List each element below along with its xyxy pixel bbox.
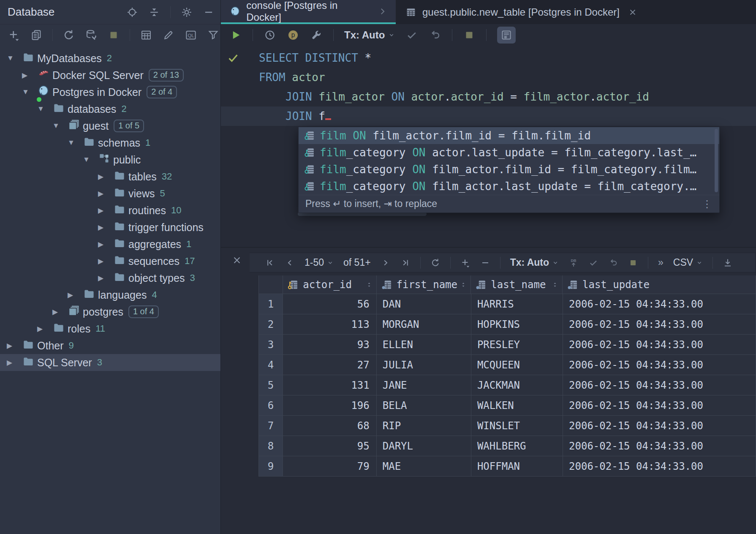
table-icon[interactable] xyxy=(140,29,152,41)
tree-item-other[interactable]: ▶Other9 xyxy=(0,337,220,354)
tree-item-aggregates[interactable]: ▶aggregates1 xyxy=(0,236,220,253)
cell-actor_id[interactable]: 93 xyxy=(283,335,377,355)
query-console-icon[interactable]: QL xyxy=(185,29,197,41)
cell-first_name[interactable]: DARYL xyxy=(377,436,471,456)
tree-item-sql-server[interactable]: ▶SQL Server3 xyxy=(0,354,220,371)
row-number[interactable]: 6 xyxy=(258,395,283,416)
tree-item-public[interactable]: ▼public xyxy=(0,151,220,168)
locate-icon[interactable] xyxy=(126,6,138,18)
cell-last_update[interactable]: 2006-02-15 04:34:33.00 xyxy=(563,416,756,436)
stop-icon[interactable] xyxy=(628,258,638,268)
more-chevrons-icon[interactable]: » xyxy=(658,257,664,268)
filter-icon[interactable] xyxy=(207,29,220,41)
cell-last_update[interactable]: 2006-02-15 04:34:33.00 xyxy=(563,335,756,355)
column-header-first_name[interactable]: first_name xyxy=(377,275,471,294)
cell-actor_id[interactable]: 113 xyxy=(283,314,377,335)
tree-item-tables[interactable]: ▶tables32 xyxy=(0,168,220,185)
next-page-icon[interactable] xyxy=(381,258,391,268)
page-size-select[interactable]: 1-50 xyxy=(305,257,334,268)
chevron-down-icon[interactable]: ▼ xyxy=(52,122,68,130)
tab-console[interactable]: console [Postgres in Docker] xyxy=(221,0,396,24)
row-number[interactable]: 1 xyxy=(258,294,283,314)
cell-last_update[interactable]: 2006-02-15 04:34:33.00 xyxy=(563,436,756,456)
session-icon[interactable]: p xyxy=(287,29,299,41)
tree-item-views[interactable]: ▶views5 xyxy=(0,185,220,202)
cell-first_name[interactable]: ELLEN xyxy=(377,335,471,355)
add-row-icon[interactable] xyxy=(460,258,470,268)
cell-actor_id[interactable]: 131 xyxy=(283,375,377,395)
tree-item-trigger-functions[interactable]: ▶trigger functions xyxy=(0,219,220,236)
tree-item-docker-sql-server[interactable]: ▶Docker SQL Server2 of 13 xyxy=(0,67,220,84)
row-number[interactable]: 9 xyxy=(258,456,283,477)
code-line-2[interactable]: FROM actor xyxy=(221,68,756,87)
row-number[interactable]: 7 xyxy=(258,416,283,436)
cell-last_name[interactable]: WAHLBERG xyxy=(471,436,563,456)
tree-item-guest[interactable]: ▼guest1 of 5 xyxy=(0,117,220,134)
tree-item-schemas[interactable]: ▼schemas1 xyxy=(0,134,220,151)
tree-item-sequences[interactable]: ▶sequences17 xyxy=(0,253,220,270)
sort-arrows-icon[interactable] xyxy=(460,281,466,289)
cell-last_update[interactable]: 2006-02-15 04:34:33.00 xyxy=(563,456,756,477)
chevron-right-icon[interactable] xyxy=(378,6,387,16)
chevron-right-icon[interactable]: ▶ xyxy=(98,223,113,232)
sort-arrows-icon[interactable] xyxy=(552,281,558,289)
commit-icon[interactable] xyxy=(405,29,418,41)
completion-item-1[interactable]: film ON film_actor.film_id = film.film_i… xyxy=(299,127,719,144)
stop-icon[interactable] xyxy=(107,29,120,41)
cell-last_name[interactable]: JACKMAN xyxy=(471,375,563,395)
row-number[interactable]: 4 xyxy=(258,355,283,375)
hide-panel-icon[interactable] xyxy=(203,6,215,18)
chevron-right-icon[interactable]: ▶ xyxy=(68,291,83,300)
cell-actor_id[interactable]: 68 xyxy=(283,416,377,436)
tree-item-object-types[interactable]: ▶object types3 xyxy=(0,270,220,286)
chevron-right-icon[interactable]: ▶ xyxy=(98,257,113,266)
cell-last_name[interactable]: HOPKINS xyxy=(471,314,563,335)
tree-item-languages[interactable]: ▶languages4 xyxy=(0,286,220,303)
cell-actor_id[interactable]: 95 xyxy=(283,436,377,456)
submit-db-icon[interactable]: DB xyxy=(568,258,579,268)
column-header-last_name[interactable]: last_name xyxy=(471,275,563,294)
row-number[interactable]: 2 xyxy=(258,314,283,335)
tree-item-databases[interactable]: ▼databases2 xyxy=(0,101,220,117)
prev-page-icon[interactable] xyxy=(285,258,295,268)
code-line-1[interactable]: SELECT DISTINCT * xyxy=(221,48,756,68)
kebab-menu-icon[interactable]: ⋮ xyxy=(702,198,712,210)
edit-icon[interactable] xyxy=(162,29,175,41)
settings-wrench-icon[interactable] xyxy=(310,29,323,41)
export-download-icon[interactable] xyxy=(723,258,733,268)
add-icon[interactable] xyxy=(8,29,20,41)
in-editor-results-toggle[interactable] xyxy=(497,27,516,44)
row-number[interactable]: 8 xyxy=(258,436,283,456)
duplicate-icon[interactable] xyxy=(30,29,43,41)
sql-editor[interactable]: SELECT DISTINCT *FROM actorJOIN film_act… xyxy=(221,46,756,534)
history-icon[interactable] xyxy=(264,29,276,41)
cell-last_name[interactable]: MCQUEEN xyxy=(471,355,563,375)
chevron-down-icon[interactable]: ▼ xyxy=(7,54,22,63)
column-header-actor_id[interactable]: actor_id xyxy=(283,275,376,294)
chevron-down-icon[interactable]: ▼ xyxy=(37,105,52,113)
cell-last_name[interactable]: HOFFMAN xyxy=(471,456,563,477)
cell-last_name[interactable]: WINSLET xyxy=(471,416,563,436)
cell-actor_id[interactable]: 196 xyxy=(283,395,377,416)
cell-first_name[interactable]: MORGAN xyxy=(377,314,471,335)
collapse-all-icon[interactable] xyxy=(148,6,160,18)
database-tools-icon[interactable] xyxy=(85,29,98,41)
tx-mode-select[interactable]: Tx: Auto xyxy=(344,29,395,41)
chevron-down-icon[interactable]: ▼ xyxy=(83,155,98,164)
chevron-right-icon[interactable]: ▶ xyxy=(22,71,37,80)
execute-icon[interactable] xyxy=(229,29,242,41)
completion-item-4[interactable]: film_category ON film_actor.last_update … xyxy=(299,178,719,195)
completion-item-3[interactable]: film_category ON film_actor.film_id = fi… xyxy=(299,161,719,178)
chevron-right-icon[interactable]: ▶ xyxy=(98,240,113,249)
rollback-icon[interactable] xyxy=(429,29,441,41)
cell-first_name[interactable]: RIP xyxy=(377,416,471,436)
row-number[interactable]: 5 xyxy=(258,375,283,395)
cell-first_name[interactable]: JANE xyxy=(377,375,471,395)
last-page-icon[interactable] xyxy=(400,258,411,268)
cell-last_update[interactable]: 2006-02-15 04:34:33.00 xyxy=(563,395,756,416)
column-header-last_update[interactable]: last_update xyxy=(563,275,756,294)
chevron-right-icon[interactable]: ▶ xyxy=(98,274,113,283)
tx-mode-select[interactable]: Tx: Auto xyxy=(510,257,559,268)
code-line-4[interactable]: JOIN f xyxy=(221,106,756,126)
tree-item-postgres-in-docker[interactable]: ▼Postgres in Docker2 of 4 xyxy=(0,84,220,101)
